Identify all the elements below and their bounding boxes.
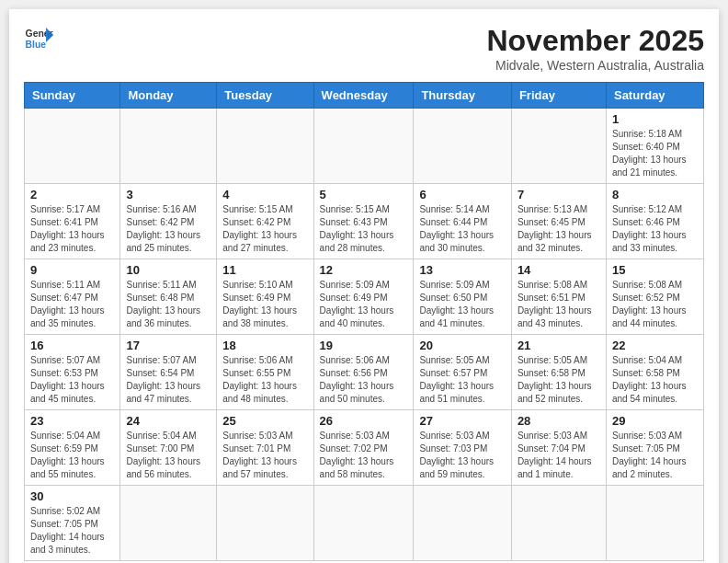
day-info-3: Sunrise: 5:16 AM Sunset: 6:42 PM Dayligh…	[126, 203, 210, 255]
calendar-cell-4-4: 27Sunrise: 5:03 AM Sunset: 7:03 PM Dayli…	[414, 410, 511, 486]
day-number-24: 24	[126, 414, 210, 428]
calendar-cell-1-6: 8Sunrise: 5:12 AM Sunset: 6:46 PM Daylig…	[606, 184, 703, 259]
day-number-25: 25	[222, 414, 307, 428]
day-info-22: Sunrise: 5:04 AM Sunset: 6:58 PM Dayligh…	[612, 354, 698, 406]
calendar-cell-3-0: 16Sunrise: 5:07 AM Sunset: 6:53 PM Dayli…	[25, 335, 120, 410]
day-number-26: 26	[320, 414, 408, 428]
day-info-6: Sunrise: 5:14 AM Sunset: 6:44 PM Dayligh…	[419, 203, 505, 255]
calendar-cell-5-4	[414, 486, 511, 561]
calendar-cell-0-2	[217, 109, 313, 184]
calendar-cell-5-0: 30Sunrise: 5:02 AM Sunset: 7:05 PM Dayli…	[25, 486, 120, 561]
day-number-27: 27	[419, 414, 505, 428]
day-info-11: Sunrise: 5:10 AM Sunset: 6:49 PM Dayligh…	[222, 279, 307, 330]
day-number-6: 6	[419, 188, 505, 201]
week-row-5: 30Sunrise: 5:02 AM Sunset: 7:05 PM Dayli…	[25, 486, 704, 561]
calendar-cell-5-6	[606, 486, 703, 561]
calendar-cell-2-4: 13Sunrise: 5:09 AM Sunset: 6:50 PM Dayli…	[414, 259, 511, 335]
header-wednesday: Wednesday	[313, 83, 414, 109]
day-number-16: 16	[30, 339, 114, 352]
header-tuesday: Tuesday	[217, 83, 313, 109]
day-info-9: Sunrise: 5:11 AM Sunset: 6:47 PM Dayligh…	[30, 279, 114, 330]
day-number-30: 30	[30, 489, 114, 503]
day-number-20: 20	[419, 339, 505, 352]
calendar-cell-1-5: 7Sunrise: 5:13 AM Sunset: 6:45 PM Daylig…	[511, 184, 606, 259]
calendar-cell-3-2: 18Sunrise: 5:06 AM Sunset: 6:55 PM Dayli…	[217, 335, 313, 410]
calendar-cell-1-4: 6Sunrise: 5:14 AM Sunset: 6:44 PM Daylig…	[414, 184, 511, 259]
day-number-12: 12	[320, 263, 408, 277]
day-info-15: Sunrise: 5:08 AM Sunset: 6:52 PM Dayligh…	[612, 279, 698, 330]
day-info-27: Sunrise: 5:03 AM Sunset: 7:03 PM Dayligh…	[419, 430, 505, 481]
calendar-cell-2-1: 10Sunrise: 5:11 AM Sunset: 6:48 PM Dayli…	[120, 259, 217, 335]
calendar-cell-1-2: 4Sunrise: 5:15 AM Sunset: 6:42 PM Daylig…	[217, 184, 313, 259]
calendar-cell-3-5: 21Sunrise: 5:05 AM Sunset: 6:58 PM Dayli…	[511, 335, 606, 410]
day-info-14: Sunrise: 5:08 AM Sunset: 6:51 PM Dayligh…	[518, 279, 600, 330]
day-info-8: Sunrise: 5:12 AM Sunset: 6:46 PM Dayligh…	[612, 203, 698, 255]
day-number-1: 1	[612, 112, 698, 126]
header-thursday: Thursday	[414, 83, 511, 109]
week-row-4: 23Sunrise: 5:04 AM Sunset: 6:59 PM Dayli…	[25, 410, 704, 486]
calendar-cell-3-6: 22Sunrise: 5:04 AM Sunset: 6:58 PM Dayli…	[606, 335, 703, 410]
day-info-19: Sunrise: 5:06 AM Sunset: 6:56 PM Dayligh…	[320, 354, 408, 406]
day-number-4: 4	[222, 188, 307, 201]
day-number-10: 10	[126, 263, 210, 277]
calendar-cell-0-1	[120, 109, 217, 184]
calendar-cell-4-6: 29Sunrise: 5:03 AM Sunset: 7:05 PM Dayli…	[606, 410, 703, 486]
day-number-18: 18	[222, 339, 307, 352]
calendar-cell-4-3: 26Sunrise: 5:03 AM Sunset: 7:02 PM Dayli…	[313, 410, 414, 486]
day-number-17: 17	[126, 339, 210, 352]
calendar-cell-4-0: 23Sunrise: 5:04 AM Sunset: 6:59 PM Dayli…	[25, 410, 120, 486]
calendar-container: General Blue November 2025 Midvale, West…	[9, 9, 719, 563]
day-info-13: Sunrise: 5:09 AM Sunset: 6:50 PM Dayligh…	[419, 279, 505, 330]
day-number-5: 5	[320, 188, 408, 201]
day-info-28: Sunrise: 5:03 AM Sunset: 7:04 PM Dayligh…	[518, 430, 600, 481]
day-info-26: Sunrise: 5:03 AM Sunset: 7:02 PM Dayligh…	[320, 430, 408, 481]
day-info-4: Sunrise: 5:15 AM Sunset: 6:42 PM Dayligh…	[222, 203, 307, 255]
day-info-17: Sunrise: 5:07 AM Sunset: 6:54 PM Dayligh…	[126, 354, 210, 406]
day-number-8: 8	[612, 188, 698, 201]
day-info-21: Sunrise: 5:05 AM Sunset: 6:58 PM Dayligh…	[518, 354, 600, 406]
weekday-header-row: Sunday Monday Tuesday Wednesday Thursday…	[25, 83, 704, 109]
calendar-cell-0-0	[25, 109, 120, 184]
day-number-28: 28	[518, 414, 600, 428]
calendar-title: November 2025	[486, 24, 704, 58]
week-row-2: 9Sunrise: 5:11 AM Sunset: 6:47 PM Daylig…	[25, 259, 704, 335]
calendar-subtitle: Midvale, Western Australia, Australia	[486, 58, 704, 73]
calendar-cell-2-6: 15Sunrise: 5:08 AM Sunset: 6:52 PM Dayli…	[606, 259, 703, 335]
day-info-18: Sunrise: 5:06 AM Sunset: 6:55 PM Dayligh…	[222, 354, 307, 406]
day-number-14: 14	[518, 263, 600, 277]
day-info-20: Sunrise: 5:05 AM Sunset: 6:57 PM Dayligh…	[419, 354, 505, 406]
header-friday: Friday	[511, 83, 606, 109]
calendar-cell-2-3: 12Sunrise: 5:09 AM Sunset: 6:49 PM Dayli…	[313, 259, 414, 335]
title-area: November 2025 Midvale, Western Australia…	[486, 24, 704, 73]
calendar-cell-3-1: 17Sunrise: 5:07 AM Sunset: 6:54 PM Dayli…	[120, 335, 217, 410]
day-info-25: Sunrise: 5:03 AM Sunset: 7:01 PM Dayligh…	[222, 430, 307, 481]
day-number-22: 22	[612, 339, 698, 352]
day-info-5: Sunrise: 5:15 AM Sunset: 6:43 PM Dayligh…	[320, 203, 408, 255]
calendar-cell-0-4	[414, 109, 511, 184]
calendar-cell-0-6: 1Sunrise: 5:18 AM Sunset: 6:40 PM Daylig…	[606, 109, 703, 184]
day-number-13: 13	[419, 263, 505, 277]
day-number-2: 2	[30, 188, 114, 201]
day-info-1: Sunrise: 5:18 AM Sunset: 6:40 PM Dayligh…	[612, 128, 698, 179]
calendar-cell-4-2: 25Sunrise: 5:03 AM Sunset: 7:01 PM Dayli…	[217, 410, 313, 486]
header-monday: Monday	[120, 83, 217, 109]
calendar-cell-5-3	[313, 486, 414, 561]
week-row-0: 1Sunrise: 5:18 AM Sunset: 6:40 PM Daylig…	[25, 109, 704, 184]
day-number-21: 21	[518, 339, 600, 352]
day-number-3: 3	[126, 188, 210, 201]
day-number-23: 23	[30, 414, 114, 428]
logo-icon: General Blue	[24, 24, 53, 53]
calendar-cell-2-0: 9Sunrise: 5:11 AM Sunset: 6:47 PM Daylig…	[25, 259, 120, 335]
day-info-23: Sunrise: 5:04 AM Sunset: 6:59 PM Dayligh…	[30, 430, 114, 481]
calendar-cell-3-4: 20Sunrise: 5:05 AM Sunset: 6:57 PM Dayli…	[414, 335, 511, 410]
logo-area: General Blue	[24, 24, 53, 53]
day-info-10: Sunrise: 5:11 AM Sunset: 6:48 PM Dayligh…	[126, 279, 210, 330]
calendar-cell-5-1	[120, 486, 217, 561]
calendar-cell-0-5	[511, 109, 606, 184]
header-section: General Blue November 2025 Midvale, West…	[24, 24, 704, 73]
week-row-3: 16Sunrise: 5:07 AM Sunset: 6:53 PM Dayli…	[25, 335, 704, 410]
day-number-19: 19	[320, 339, 408, 352]
day-info-24: Sunrise: 5:04 AM Sunset: 7:00 PM Dayligh…	[126, 430, 210, 481]
day-info-12: Sunrise: 5:09 AM Sunset: 6:49 PM Dayligh…	[320, 279, 408, 330]
day-info-7: Sunrise: 5:13 AM Sunset: 6:45 PM Dayligh…	[518, 203, 600, 255]
